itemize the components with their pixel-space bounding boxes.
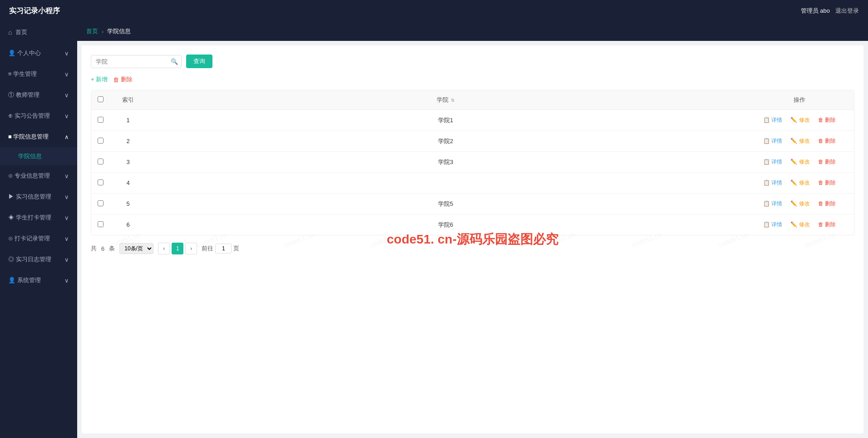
th-ops: 操作 <box>745 90 854 110</box>
sidebar-item-intern[interactable]: ▶ 实习信息管理 ∨ <box>0 186 77 207</box>
edit-icon: ✏️ <box>790 138 797 144</box>
prev-page-button[interactable]: ‹ <box>158 243 170 254</box>
row-checkbox-cell <box>91 131 110 152</box>
edit-button[interactable]: ✏️ 修改 <box>788 199 812 209</box>
detail-button[interactable]: 📋 详情 <box>760 115 785 125</box>
delete-button[interactable]: 🗑 删除 <box>815 157 838 167</box>
breadcrumb-current: 学院信息 <box>107 27 131 35</box>
chevron-down-icon: ∨ <box>64 277 69 284</box>
delete-icon: 🗑 <box>818 200 824 207</box>
search-bar: 🔍 查询 <box>91 55 854 68</box>
edit-button[interactable]: ✏️ 修改 <box>788 136 812 146</box>
add-button[interactable]: + 新增 <box>91 75 108 84</box>
edit-icon: ✏️ <box>790 221 797 228</box>
row-checkbox[interactable] <box>98 179 104 185</box>
row-checkbox[interactable] <box>98 159 104 164</box>
sidebar-item-college[interactable]: ■ 学院信息管理 ∧ <box>0 126 77 147</box>
chevron-down-icon: ∨ <box>64 50 69 57</box>
delete-icon: 🗑 <box>818 179 824 186</box>
chevron-down-icon: ∨ <box>64 194 69 200</box>
sidebar-sub-item-college-info[interactable]: 学院信息 <box>0 147 77 165</box>
detail-button[interactable]: 📋 详情 <box>760 157 785 167</box>
edit-button[interactable]: ✏️ 修改 <box>788 115 812 125</box>
sidebar-item-announce[interactable]: ⊕ 实习公告管理 ∨ <box>0 105 77 126</box>
th-name[interactable]: 学院 ⇅ <box>146 90 745 110</box>
main-area: 首页 › 学院信息 code51.cn code51.cn code51.cn … <box>77 22 868 438</box>
content-area: code51.cn code51.cn code51.cn code51.cn … <box>82 45 863 433</box>
detail-button[interactable]: 📋 详情 <box>760 199 785 209</box>
table-row: 5 学院5 📋 详情 ✏️ 修改 🗑 删除 <box>91 194 854 214</box>
table-row: 1 学院1 📋 详情 ✏️ 修改 🗑 删除 <box>91 110 854 131</box>
content-inner: 🔍 查询 + 新增 🗑 删除 <box>91 55 854 254</box>
page-1-button[interactable]: 1 <box>172 243 183 254</box>
row-name: 学院1 <box>146 110 745 131</box>
sidebar-item-system[interactable]: 👤 系统管理 ∨ <box>0 270 77 291</box>
total-count: 6 <box>101 245 104 252</box>
total-prefix: 共 <box>91 244 97 253</box>
row-checkbox[interactable] <box>98 138 104 144</box>
user-label: 管理员 abo <box>801 7 830 15</box>
delete-button[interactable]: 🗑 删除 <box>815 220 838 229</box>
table-row: 6 学院6 📋 详情 ✏️ 修改 🗑 删除 <box>91 214 854 235</box>
batch-delete-button[interactable]: 🗑 删除 <box>113 75 133 84</box>
sidebar-label-home: 首页 <box>15 28 27 36</box>
delete-icon: 🗑 <box>818 117 824 123</box>
sidebar-item-teacher[interactable]: ① 教师管理 ∨ <box>0 85 77 105</box>
delete-button[interactable]: 🗑 删除 <box>815 136 838 146</box>
row-index: 5 <box>110 194 146 214</box>
row-index: 6 <box>110 214 146 235</box>
row-name: 学院3 <box>146 152 745 173</box>
row-checkbox-cell <box>91 214 110 235</box>
row-checkbox[interactable] <box>98 117 104 123</box>
edit-button[interactable]: ✏️ 修改 <box>788 157 812 167</box>
row-name: 学院6 <box>146 214 745 235</box>
sidebar-item-major[interactable]: ⊙ 专业信息管理 ∨ <box>0 165 77 186</box>
page-nav: ‹ 1 › <box>158 243 197 254</box>
edit-icon: ✏️ <box>790 159 797 165</box>
edit-icon: ✏️ <box>790 117 797 123</box>
per-page-select[interactable]: 10条/页 20条/页 50条/页 <box>119 243 153 254</box>
chevron-down-icon: ∨ <box>64 235 69 242</box>
sidebar-item-home[interactable]: ⌂ 首页 <box>0 22 77 43</box>
search-input[interactable] <box>91 55 182 68</box>
delete-button[interactable]: 🗑 删除 <box>815 178 838 188</box>
home-icon: ⌂ <box>8 29 12 36</box>
row-checkbox[interactable] <box>98 200 104 206</box>
goto-input[interactable] <box>215 244 232 254</box>
row-checkbox[interactable] <box>98 221 104 227</box>
next-page-button[interactable]: › <box>185 243 197 254</box>
row-ops: 📋 详情 ✏️ 修改 🗑 删除 <box>745 131 854 152</box>
sidebar-item-card[interactable]: ⊙ 打卡记录管理 ∨ <box>0 228 77 249</box>
sidebar-item-diary[interactable]: ◎ 实习日志管理 ∨ <box>0 249 77 270</box>
detail-button[interactable]: 📋 详情 <box>760 136 785 146</box>
sidebar-item-personal[interactable]: 👤 个人中心 ∨ <box>0 43 77 64</box>
sidebar-label-diary: 实习日志管理 <box>16 256 51 263</box>
delete-button[interactable]: 🗑 删除 <box>815 199 838 209</box>
breadcrumb-home[interactable]: 首页 <box>86 27 98 35</box>
edit-icon: ✏️ <box>790 200 797 207</box>
chevron-down-icon: ∨ <box>64 113 69 119</box>
table-row: 3 学院3 📋 详情 ✏️ 修改 🗑 删除 <box>91 152 854 173</box>
select-all-checkbox[interactable] <box>98 96 104 102</box>
detail-button[interactable]: 📋 详情 <box>760 178 785 188</box>
sidebar-item-student[interactable]: ≡ 学生管理 ∨ <box>0 64 77 85</box>
topbar: 实习记录小程序 管理员 abo 退出登录 <box>0 0 868 22</box>
chevron-down-icon: ∨ <box>64 214 69 221</box>
chevron-down-icon: ∨ <box>64 173 69 179</box>
edit-button[interactable]: ✏️ 修改 <box>788 220 812 229</box>
search-icon[interactable]: 🔍 <box>171 58 178 65</box>
sidebar-label-personal: 个人中心 <box>17 50 41 56</box>
chevron-up-icon: ∧ <box>64 134 69 140</box>
row-checkbox-cell <box>91 152 110 173</box>
delete-button[interactable]: 🗑 删除 <box>815 115 838 125</box>
edit-button[interactable]: ✏️ 修改 <box>788 178 812 188</box>
punch-icon: ◈ <box>8 214 14 221</box>
logout-link[interactable]: 退出登录 <box>835 7 859 15</box>
topbar-user-area: 管理员 abo 退出登录 <box>801 7 859 15</box>
row-checkbox-cell <box>91 194 110 214</box>
goto-prefix: 前往 <box>202 244 213 253</box>
query-button[interactable]: 查询 <box>186 55 212 68</box>
sidebar-item-punch[interactable]: ◈ 学生打卡管理 ∨ <box>0 207 77 228</box>
detail-button[interactable]: 📋 详情 <box>760 220 785 229</box>
card-icon: ⊙ <box>8 235 13 242</box>
